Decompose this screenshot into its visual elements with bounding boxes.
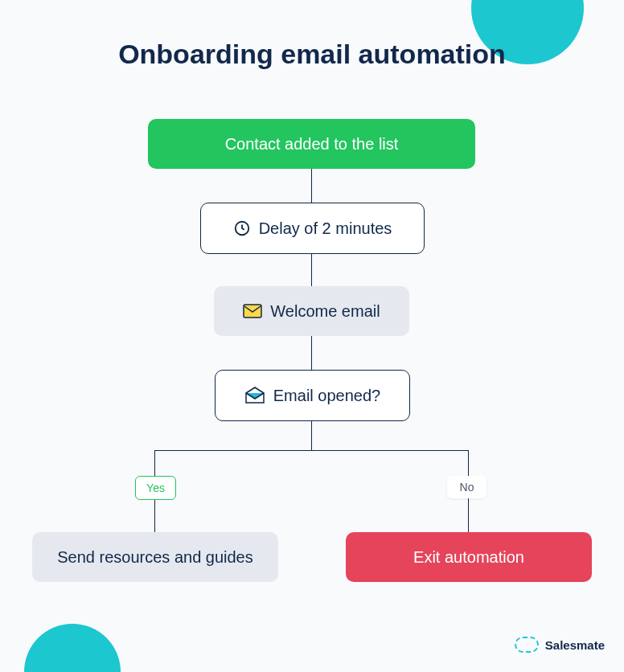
svg-rect-1	[244, 305, 261, 318]
welcome-email-node: Welcome email	[214, 286, 409, 336]
brand-logo-icon	[515, 637, 539, 653]
delay-node: Delay of 2 minutes	[200, 203, 425, 254]
delay-label: Delay of 2 minutes	[259, 219, 392, 238]
decorative-circle-bottom	[24, 624, 121, 672]
connector	[311, 169, 312, 203]
open-mail-icon	[244, 387, 265, 404]
brand-badge: Salesmate	[515, 637, 605, 653]
connector	[154, 450, 155, 476]
connector	[311, 421, 312, 450]
page-title: Onboarding email automation	[0, 39, 624, 70]
branch-no-badge: No	[447, 476, 486, 498]
clock-icon	[233, 219, 251, 237]
yes-label: Yes	[146, 481, 165, 494]
connector-split	[154, 450, 469, 451]
welcome-label: Welcome email	[270, 302, 380, 321]
connector	[311, 336, 312, 370]
connector	[468, 498, 469, 532]
connector	[311, 254, 312, 286]
yes-action-node: Send resources and guides	[32, 532, 278, 582]
branch-yes-badge: Yes	[135, 476, 176, 500]
yes-action-label: Send resources and guides	[57, 548, 253, 567]
no-label: No	[460, 481, 474, 494]
connector	[154, 498, 155, 532]
no-action-label: Exit automation	[413, 548, 524, 567]
no-action-node: Exit automation	[346, 532, 592, 582]
decision-node: Email opened?	[215, 370, 410, 421]
connector	[468, 450, 469, 476]
trigger-label: Contact added to the list	[225, 135, 399, 154]
trigger-node: Contact added to the list	[148, 119, 475, 169]
mail-icon	[243, 304, 262, 318]
brand-name: Salesmate	[545, 638, 605, 652]
decision-label: Email opened?	[273, 387, 380, 405]
